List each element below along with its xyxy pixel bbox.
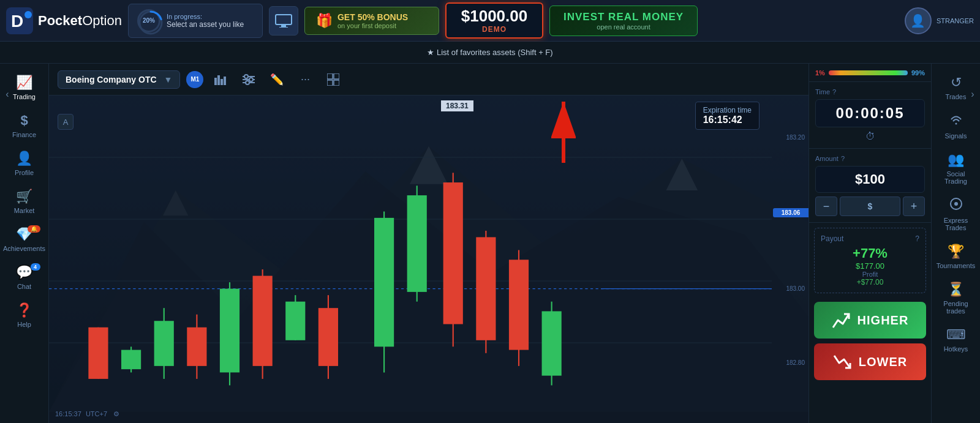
lower-button[interactable]: LOWER xyxy=(814,343,926,380)
finance-icon: $ xyxy=(20,113,28,129)
svg-rect-50 xyxy=(374,218,394,346)
price-axis: 183.20 183.06 183.00 182.80 xyxy=(773,95,809,405)
help-icon: ❓ xyxy=(16,302,32,318)
amount-display: $100 xyxy=(815,166,925,193)
sidebar-item-signals[interactable]: Signals xyxy=(934,108,978,144)
monitor-icon xyxy=(275,14,292,28)
svg-rect-48 xyxy=(318,308,338,366)
timestamp-bar: 16:15:37 UTC+7 ⚙ xyxy=(49,405,772,423)
market-icon: 🛒 xyxy=(16,189,32,204)
sidebar-item-achievements[interactable]: 💎 Achievements 🔔 xyxy=(2,222,47,257)
clock-icon: ⏱ xyxy=(815,131,925,142)
pct-bar: 1% 99% xyxy=(809,64,931,82)
sidebar-item-help[interactable]: ❓ Help xyxy=(2,298,47,333)
avatar: 👤 xyxy=(905,7,932,34)
pct-bar-track xyxy=(829,70,908,75)
bar-chart-icon xyxy=(214,74,227,85)
pending-trades-icon: ⏳ xyxy=(948,282,964,298)
svg-rect-46 xyxy=(285,302,305,340)
bonus-button[interactable]: 🎁 GET 50% BONUS on your first deposit xyxy=(304,7,439,35)
svg-rect-56 xyxy=(476,237,496,340)
demo-balance[interactable]: $1000.00 DEMO xyxy=(445,2,543,39)
more-tools-button[interactable]: ··· xyxy=(294,69,316,91)
currency-selector[interactable]: $ xyxy=(840,197,900,216)
svg-rect-10 xyxy=(221,79,223,85)
draw-tool-button[interactable]: ✏️ xyxy=(266,69,288,91)
trading-icon: 📈 xyxy=(16,75,32,91)
indicators-button[interactable] xyxy=(238,69,260,91)
settings-icon[interactable]: ⚙ xyxy=(113,410,119,418)
logo[interactable]: D PocketOption xyxy=(6,7,122,34)
sidebar-item-social-trading[interactable]: 👥 Social Trading xyxy=(934,147,978,190)
amount-increase-button[interactable]: + xyxy=(903,197,925,216)
progress-button[interactable]: 20% In progress: Select an asset you lik… xyxy=(128,4,263,38)
svg-point-16 xyxy=(249,78,253,81)
timeframe-button[interactable]: M1 xyxy=(186,71,203,88)
express-trades-icon xyxy=(949,197,963,214)
asset-selector[interactable]: Boeing Company OTC ▼ xyxy=(58,70,180,89)
svg-rect-6 xyxy=(281,25,286,27)
bonus-text: GET 50% BONUS on your first deposit xyxy=(337,12,408,29)
lower-icon xyxy=(833,352,853,372)
sidebar-item-hotkeys[interactable]: ⌨ Hotkeys xyxy=(934,322,978,357)
svg-rect-11 xyxy=(224,77,226,85)
right-sidebar: ↺ Trades Signals 👥 Social Trading xyxy=(931,64,980,423)
svg-rect-58 xyxy=(509,260,529,350)
svg-rect-21 xyxy=(334,80,339,86)
svg-point-2 xyxy=(24,11,32,18)
achievements-badge: 🔔 xyxy=(28,225,40,233)
profile-icon: 👤 xyxy=(16,151,32,167)
svg-rect-20 xyxy=(327,80,333,86)
main-area: 📈 Trading $ Finance 👤 Profile 🛒 Market 💎… xyxy=(0,64,980,423)
svg-rect-18 xyxy=(327,73,333,79)
sidebar-item-chat[interactable]: 💬 Chat 4 xyxy=(2,260,47,295)
payout-help-icon[interactable]: ? xyxy=(915,234,919,243)
svg-rect-9 xyxy=(217,75,220,85)
invest-real-money-button[interactable]: INVEST REAL MONEY open real account xyxy=(549,6,698,36)
amount-help-icon[interactable]: ? xyxy=(841,155,845,162)
svg-rect-5 xyxy=(276,15,292,24)
avatar-button[interactable]: 👤 STRANGER xyxy=(905,7,974,34)
svg-rect-42 xyxy=(220,289,239,373)
higher-button[interactable]: HIGHER xyxy=(814,302,926,339)
sidebar-item-pending-trades[interactable]: ⏳ Pending trades xyxy=(934,277,978,320)
candlestick-chart xyxy=(49,95,772,405)
sidebar-item-trades[interactable]: ↺ Trades xyxy=(934,70,978,105)
svg-rect-52 xyxy=(407,195,427,292)
sidebar-item-profile[interactable]: 👤 Profile xyxy=(2,146,47,181)
logo-text: PocketOption xyxy=(38,13,122,29)
hotkeys-icon: ⌨ xyxy=(946,327,966,343)
grid-icon xyxy=(327,73,339,86)
svg-point-66 xyxy=(954,202,958,206)
sidebar-item-market[interactable]: 🛒 Market xyxy=(2,184,47,219)
favorites-bar[interactable]: ★ List of favorites assets (Shift + F) xyxy=(0,42,980,64)
amount-section: Amount ? $100 − $ + xyxy=(809,149,931,223)
trades-icon: ↺ xyxy=(951,75,962,91)
svg-rect-54 xyxy=(443,182,463,324)
time-section: Time ? 00:00:05 ⏱ xyxy=(809,82,931,149)
sidebar-item-tournaments[interactable]: 🏆 Tournaments xyxy=(934,239,978,274)
fullscreen-button[interactable] xyxy=(322,69,344,91)
left-sidebar: 📈 Trading $ Finance 👤 Profile 🛒 Market 💎… xyxy=(0,64,49,423)
tournaments-icon: 🏆 xyxy=(948,244,964,260)
svg-rect-36 xyxy=(121,350,141,370)
amount-decrease-button[interactable]: − xyxy=(815,197,837,216)
logo-icon: D xyxy=(6,7,33,34)
chart-toolbar: Boeing Company OTC ▼ M1 xyxy=(49,64,809,95)
svg-rect-44 xyxy=(253,276,273,366)
svg-point-15 xyxy=(244,75,248,78)
time-help-icon[interactable]: ? xyxy=(832,88,836,95)
sidebar-item-trading[interactable]: 📈 Trading xyxy=(2,70,47,105)
chart-canvas: A Expiration time 16:15:42 183.31 xyxy=(49,95,809,423)
social-trading-icon: 👥 xyxy=(948,152,964,168)
sliders-icon xyxy=(243,74,255,85)
screen-icon-button[interactable] xyxy=(269,6,298,36)
current-price-label: 183.06 xyxy=(773,208,809,217)
sidebar-item-express-trades[interactable]: Express Trades xyxy=(934,192,978,236)
svg-rect-60 xyxy=(542,311,562,375)
progress-circle: 20% xyxy=(137,9,160,32)
svg-rect-8 xyxy=(214,78,217,85)
chart-type-button[interactable] xyxy=(209,69,232,91)
sidebar-item-finance[interactable]: $ Finance xyxy=(2,108,47,143)
chat-icon: 💬 xyxy=(16,264,32,280)
